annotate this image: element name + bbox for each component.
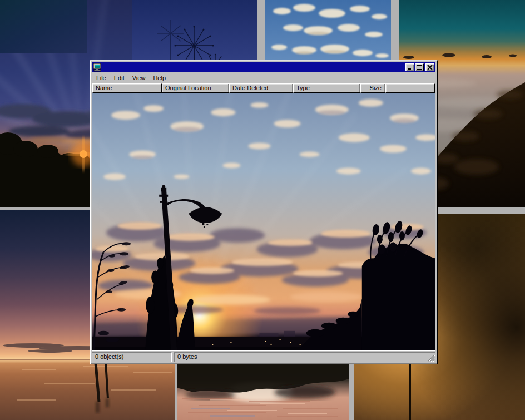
maximize-icon: [416, 65, 423, 70]
recycle-bin-window: File Edit View Help Name Original Locati…: [90, 60, 438, 364]
dark-corner-photo: [0, 0, 87, 53]
menu-view[interactable]: View: [128, 73, 150, 82]
menu-edit[interactable]: Edit: [110, 73, 128, 82]
column-header-type[interactable]: Type: [293, 83, 360, 93]
status-bar: 0 object(s) 0 bytes: [92, 352, 435, 362]
menu-file[interactable]: File: [92, 73, 110, 82]
resize-grip[interactable]: [428, 354, 435, 362]
computer-icon[interactable]: [93, 63, 102, 72]
close-icon: [427, 65, 433, 70]
status-bytes: 0 bytes: [174, 352, 435, 362]
window-titlebar[interactable]: [92, 62, 435, 72]
column-header-date-deleted[interactable]: Date Deleted: [229, 83, 293, 93]
pink-water-reflection-photo: [177, 363, 349, 420]
menu-help[interactable]: Help: [149, 73, 170, 82]
blurred-pole-silhouette: [409, 355, 411, 420]
status-object-count: 0 object(s): [92, 352, 172, 362]
minimize-icon: [407, 65, 413, 70]
column-header-original-location[interactable]: Original Location: [162, 83, 229, 93]
column-header-row: Name Original Location Date Deleted Type…: [92, 83, 435, 93]
column-header-blank[interactable]: [385, 83, 435, 93]
street-lamp-sunset-photo: [92, 93, 435, 350]
file-list-area[interactable]: Name Original Location Date Deleted Type…: [92, 83, 435, 351]
column-header-size[interactable]: Size: [360, 83, 385, 93]
minimize-button[interactable]: [405, 63, 414, 71]
close-button[interactable]: [425, 63, 434, 71]
column-header-name[interactable]: Name: [92, 83, 162, 93]
menu-bar: File Edit View Help: [92, 72, 435, 83]
maximize-button[interactable]: [415, 63, 424, 71]
